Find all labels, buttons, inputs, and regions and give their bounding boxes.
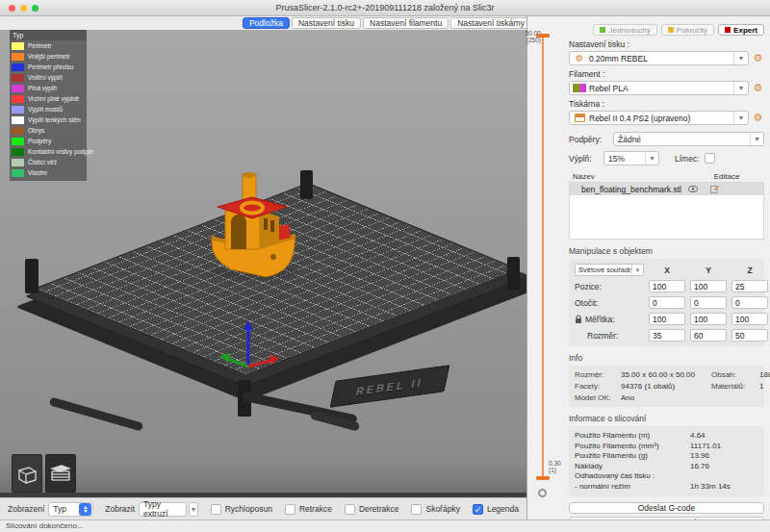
3d-viewport[interactable]: REBEL II Typ Perimetr Vnější perimetr Pe…	[0, 30, 526, 497]
mode-advanced-button[interactable]: Pokročilý	[661, 24, 714, 36]
chevron-down-icon[interactable]: ▾	[733, 112, 748, 124]
rotate-y-input[interactable]	[690, 296, 727, 309]
legend-item: Kontaktní vrstvy podpěr	[10, 146, 87, 157]
preview-layers-view-button[interactable]	[45, 454, 76, 493]
object-list-row[interactable]: ben_floating_benchmark.stl	[570, 183, 763, 195]
printer-gear-button[interactable]: ⚙	[752, 113, 764, 123]
filament-label: Filament :	[569, 69, 764, 79]
layer-slider-gear-icon[interactable]	[538, 489, 547, 497]
print-profile-icon: ⚙	[570, 54, 589, 63]
printer-icon	[570, 114, 589, 122]
chevron-down-icon[interactable]: ▾	[189, 502, 198, 517]
status-text: Slicování dokončeno...	[6, 521, 84, 530]
color-swatch	[12, 169, 24, 177]
manipulation-title: Manipulace s objektem	[569, 246, 764, 256]
position-y-input[interactable]	[690, 280, 727, 292]
color-swatch	[12, 106, 24, 114]
mode-expert-button[interactable]: Expert	[718, 24, 764, 36]
view-type-combo[interactable]: Typ	[48, 502, 93, 517]
color-swatch	[12, 95, 24, 103]
benchy-model[interactable]	[204, 168, 304, 282]
chevron-down-icon[interactable]: ▾	[645, 152, 658, 165]
filament-combo[interactable]: Rebel PLA ▾	[569, 81, 749, 95]
color-swatch	[12, 74, 24, 82]
bed-name-plate: REBEL II	[330, 365, 450, 408]
show-features-combo[interactable]: Typy extruzí	[139, 502, 187, 517]
printer-combo[interactable]: Rebel II 0.4 PS2 (upraveno) ▾	[569, 111, 749, 125]
scale-x-input[interactable]	[649, 313, 685, 325]
supports-combo[interactable]: Žádné ▾	[613, 132, 764, 146]
legend-item: Vnitřní výplň	[10, 72, 87, 83]
sidebar: 50.00 (250) 0.30 (1) Jednoduchý Pokročil…	[526, 16, 770, 519]
tab-print-settings[interactable]: Nastavení tisku	[292, 17, 361, 29]
print-settings-label: Nastavení tisku :	[569, 39, 764, 49]
view-label: Zobrazení	[8, 504, 44, 514]
size-z-input[interactable]	[732, 329, 768, 342]
preview-toolbar: Zobrazení Typ Zobrazit Typy extruzí ▾ Ry…	[0, 497, 526, 519]
filament-gear-button[interactable]: ⚙	[752, 83, 764, 93]
facets-info-value: 94376 (1 obalů)	[621, 382, 709, 391]
print-settings-gear-button[interactable]: ⚙	[752, 53, 764, 63]
bed-corner-bracket	[507, 257, 520, 290]
materials-info-value: 1	[759, 382, 770, 391]
color-swatch	[12, 159, 24, 166]
brim-checkbox[interactable]	[705, 153, 715, 164]
eye-icon[interactable]	[688, 186, 698, 192]
rotate-x-input[interactable]	[649, 296, 685, 309]
retractions-checkbox[interactable]	[285, 504, 295, 515]
edit-object-icon[interactable]	[710, 185, 719, 193]
print-settings-combo[interactable]: ⚙ 0.20mm REBEL ▾	[569, 51, 749, 65]
mode-simple-button[interactable]: Jednoduchý	[593, 24, 656, 36]
tab-plater[interactable]: Podložka	[243, 17, 290, 29]
cube-icon	[15, 463, 38, 484]
color-swatch	[12, 42, 24, 50]
color-swatch	[12, 53, 24, 61]
lock-icon[interactable]	[575, 315, 582, 324]
size-y-input[interactable]	[690, 329, 727, 342]
chevron-down-icon[interactable]: ▾	[750, 133, 763, 145]
infill-combo[interactable]: 15% ▾	[603, 151, 659, 165]
bed-name-plate-label: REBEL II	[355, 375, 424, 396]
legend-item: Čistící věž	[10, 157, 87, 167]
rotate-label: Otočit:	[575, 298, 644, 308]
legend-item: Vnější perimetr	[10, 51, 87, 62]
manifold-info-label: Model OK:	[575, 393, 619, 402]
legend-checkbox[interactable]: ✓	[473, 504, 483, 515]
facets-info-label: Facety:	[575, 382, 619, 391]
stepper-icon[interactable]	[79, 503, 91, 516]
position-x-input[interactable]	[649, 280, 685, 292]
axis-x-header: X	[649, 266, 685, 275]
scale-y-input[interactable]	[690, 313, 727, 325]
layer-slider-upper-handle[interactable]	[536, 34, 550, 38]
color-swatch	[12, 63, 24, 71]
layer-slider-track[interactable]	[542, 38, 544, 478]
chevron-down-icon[interactable]: ▾	[631, 265, 643, 275]
coordinate-system-combo[interactable]: Světové souřadnice ▾	[575, 264, 644, 276]
view-mode-toggle	[12, 454, 76, 493]
tab-filament-settings[interactable]: Nastavení filamentu	[363, 17, 449, 29]
scale-z-input[interactable]	[732, 313, 768, 325]
materials-info-label: Materiálů:	[711, 382, 757, 391]
tab-printer-settings[interactable]: Nastavení tiskárny	[450, 17, 531, 29]
brim-label: Límec:	[675, 154, 700, 164]
volume-info-value: 18854.65	[759, 370, 770, 379]
travel-checkbox[interactable]	[211, 504, 221, 515]
object-list[interactable]: ben_floating_benchmark.stl	[569, 182, 764, 240]
simple-mode-icon	[600, 27, 605, 33]
position-z-input[interactable]	[732, 280, 768, 292]
volume-info-label: Obsah:	[711, 370, 757, 379]
slice-info-title: Informace o slicování	[569, 414, 764, 423]
shells-checkbox-group: Skořápky	[411, 504, 459, 515]
chevron-down-icon[interactable]: ▾	[733, 82, 748, 94]
shells-checkbox[interactable]	[411, 504, 422, 515]
chevron-down-icon[interactable]: ▾	[733, 52, 748, 64]
rotate-z-input[interactable]	[732, 296, 768, 309]
edit-column-header: Editace	[693, 172, 760, 181]
object-list-header: Název Editace	[569, 171, 764, 182]
layer-slider-lower-handle[interactable]	[536, 476, 550, 480]
advanced-mode-icon	[668, 27, 674, 33]
send-gcode-button[interactable]: Odeslat G-code	[569, 502, 764, 514]
3d-editor-view-button[interactable]	[12, 454, 42, 493]
unretractions-checkbox[interactable]	[345, 504, 355, 515]
size-x-input[interactable]	[649, 329, 685, 342]
